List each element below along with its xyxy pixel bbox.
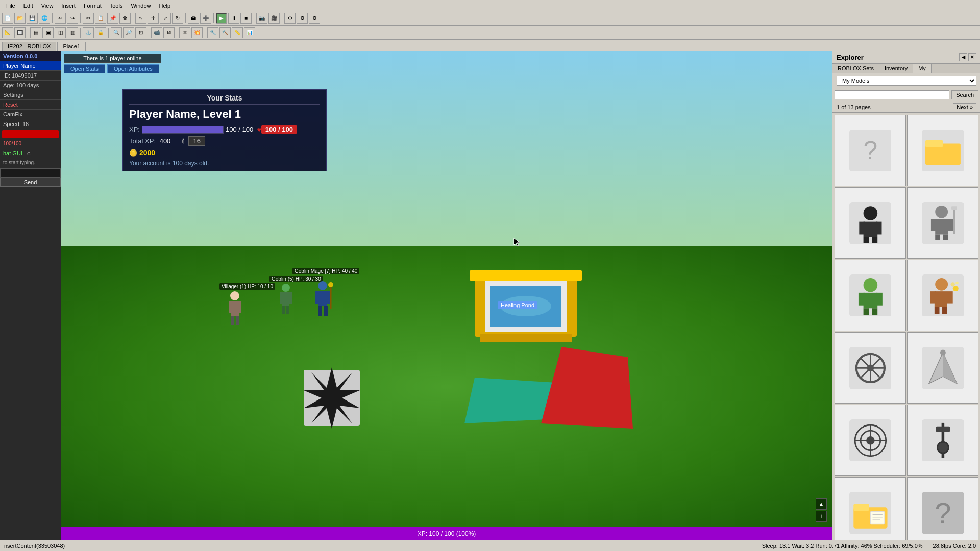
tb2-render[interactable]: 🖥	[163, 27, 175, 38]
tb-open[interactable]: 📂	[14, 13, 26, 24]
tb-publish[interactable]: 🌐	[39, 13, 50, 24]
tb-save[interactable]: 💾	[27, 13, 38, 24]
tb2-grid4[interactable]: ▥	[67, 27, 78, 38]
tb-stop[interactable]: ■	[240, 13, 252, 24]
menu-view[interactable]: View	[37, 2, 58, 10]
tb-move[interactable]: ✛	[148, 13, 159, 24]
tb-redo[interactable]: ↪	[67, 13, 78, 24]
tb2-more4[interactable]: 📊	[244, 27, 255, 38]
tb-rotate[interactable]: ↻	[172, 13, 183, 24]
tab-roblox-sets[interactable]: ROBLOX Sets	[832, 64, 879, 73]
tb-settings1[interactable]: ⚙	[284, 13, 296, 24]
tb2-more2[interactable]: 🔨	[219, 27, 231, 38]
tb-undo[interactable]: ↩	[55, 13, 66, 24]
models-search-input[interactable]	[835, 90, 949, 99]
tb2-zoom-in[interactable]: 🔍	[111, 27, 122, 38]
tb-cut[interactable]: ✂	[83, 13, 94, 24]
open-stats-button[interactable]: Open Stats	[64, 64, 105, 73]
tb-select[interactable]: ↖	[135, 13, 146, 24]
model-thumb-12[interactable]: ?	[907, 477, 978, 540]
xp-bottom-text: XP: 100 / 100 (100%)	[418, 530, 476, 537]
camfix-item[interactable]: CamFix	[0, 110, 61, 119]
model-thumb-6[interactable]	[907, 260, 978, 331]
right-panel: Explorer ◀ ✕ ROBLOX Sets Inventory My My…	[832, 51, 980, 540]
models-dropdown[interactable]: My Models	[837, 76, 976, 86]
explorer-pin[interactable]: ◀	[959, 53, 967, 61]
svg-rect-41	[863, 237, 869, 243]
svg-rect-42	[872, 237, 877, 243]
viewport-arrows: ▲ +	[816, 498, 827, 522]
tb2-zoom-out[interactable]: 🔎	[123, 27, 134, 38]
gold-value: 2000	[139, 148, 155, 157]
tb-video[interactable]: 🎥	[268, 13, 280, 24]
svg-rect-16	[318, 306, 322, 316]
scroll-up-arrow[interactable]: ▲	[816, 498, 827, 510]
tb-screenshot[interactable]: 📷	[256, 13, 267, 24]
settings-item[interactable]: Settings	[0, 90, 61, 100]
tb2-physics1[interactable]: ⚛	[179, 27, 190, 38]
tb-copy[interactable]: 📋	[95, 13, 106, 24]
tab-place[interactable]: Place1	[57, 42, 86, 51]
model-thumb-1[interactable]: ?	[835, 115, 906, 186]
menu-tools[interactable]: Tools	[106, 2, 127, 10]
menu-format[interactable]: Format	[80, 2, 106, 10]
model-thumb-7[interactable]	[835, 332, 906, 404]
tb-settings2[interactable]: ⚙	[297, 13, 308, 24]
tb2-more1[interactable]: 🔧	[207, 27, 218, 38]
tab-inventory[interactable]: Inventory	[879, 64, 913, 73]
svg-rect-35	[925, 140, 942, 147]
tb-delete[interactable]: 🗑	[119, 13, 131, 24]
menu-file[interactable]: File	[2, 2, 19, 10]
tb2-physics2[interactable]: 💥	[191, 27, 203, 38]
tb-terrain[interactable]: 🏔	[188, 13, 199, 24]
model-thumb-4[interactable]	[907, 187, 978, 259]
tb-paste[interactable]: 📌	[107, 13, 118, 24]
open-attributes-button[interactable]: Open Attributes	[107, 64, 159, 73]
tb-settings3[interactable]: ⚙	[309, 13, 320, 24]
tab-game[interactable]: IE202 - ROBLOX	[2, 42, 56, 51]
player-age-item: Age: 100 days	[0, 81, 61, 90]
menu-window[interactable]: Window	[127, 2, 155, 10]
explorer-header: Explorer ◀ ✕	[832, 51, 980, 64]
chat-input[interactable]	[0, 168, 61, 178]
model-thumb-11[interactable]	[835, 477, 906, 540]
scroll-right-arrow[interactable]: +	[816, 511, 827, 522]
tb2-frame[interactable]: ⊡	[135, 27, 146, 38]
model-thumb-2[interactable]	[907, 115, 978, 186]
game-viewport[interactable]: There is 1 player online Open Stats Open…	[61, 51, 832, 540]
hp-fill	[2, 130, 59, 138]
tb2-grid1[interactable]: ▤	[30, 27, 41, 38]
tb-insert[interactable]: ➕	[200, 13, 211, 24]
tb2-snap2[interactable]: 🔲	[14, 27, 26, 38]
models-search-button[interactable]: Search	[951, 90, 978, 99]
stats-panel: Your Stats Player Name, Level 1 XP: 100 …	[122, 89, 327, 171]
online-message: There is 1 player online	[64, 54, 161, 63]
model-thumb-3[interactable]	[835, 187, 906, 259]
tb2-lock[interactable]: 🔒	[95, 27, 106, 38]
tb2-grid2[interactable]: ▣	[42, 27, 54, 38]
model-thumb-9[interactable]	[835, 405, 906, 476]
model-thumb-10[interactable]	[907, 405, 978, 476]
tb2-grid3[interactable]: ◫	[55, 27, 66, 38]
tab-my[interactable]: My	[913, 64, 932, 73]
tb-pause[interactable]: ⏸	[228, 13, 239, 24]
model-thumb-8[interactable]	[907, 332, 978, 404]
reset-item[interactable]: Reset	[0, 100, 61, 110]
tb2-camera[interactable]: 📹	[151, 27, 162, 38]
svg-point-53	[863, 278, 877, 292]
model-thumb-5[interactable]	[835, 260, 906, 331]
menu-help[interactable]: Help	[155, 2, 175, 10]
menu-edit[interactable]: Edit	[19, 2, 37, 10]
explorer-close[interactable]: ✕	[968, 53, 976, 61]
tb-scale[interactable]: ⤢	[160, 13, 171, 24]
menu-insert[interactable]: Insert	[57, 2, 80, 10]
send-button[interactable]: Send	[0, 178, 61, 187]
tb-play[interactable]: ▶	[216, 13, 227, 24]
next-page-button[interactable]: Next »	[953, 103, 976, 111]
tb-new[interactable]: 📄	[2, 13, 13, 24]
stats-title: Your Stats	[129, 94, 320, 105]
tb2-more3[interactable]: 📏	[232, 27, 243, 38]
svg-point-66	[952, 286, 958, 291]
tb2-anchor[interactable]: ⚓	[83, 27, 94, 38]
tb2-snap1[interactable]: 📐	[2, 27, 13, 38]
